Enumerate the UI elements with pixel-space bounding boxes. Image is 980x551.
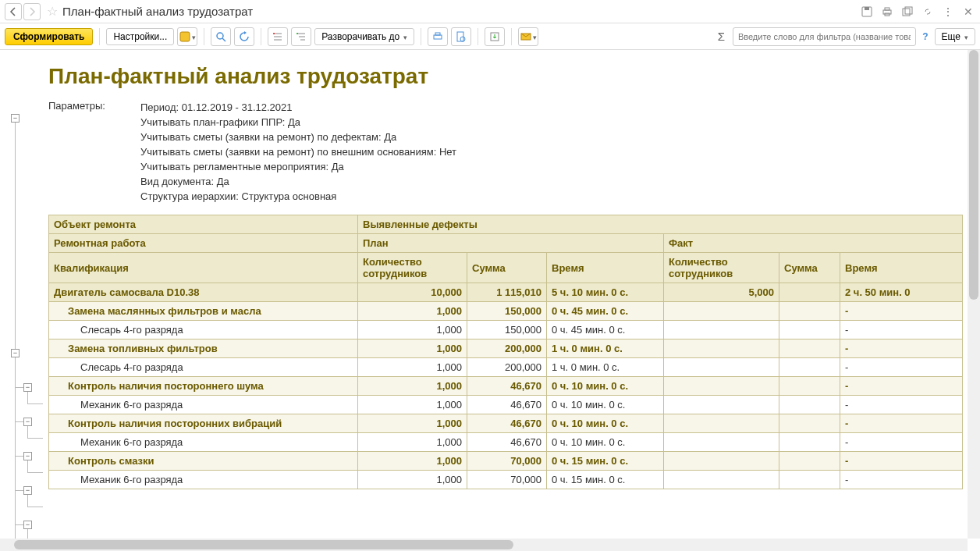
col-fact: Факт xyxy=(664,234,963,253)
settings-variant-button[interactable] xyxy=(177,27,197,46)
col-object: Объект ремонта xyxy=(49,215,358,234)
collapse-icon[interactable] xyxy=(268,27,288,46)
cell: 150,000 xyxy=(467,321,547,339)
report-title: План-фактный анализ трудозатрат xyxy=(48,50,968,100)
col-plan-time: Время xyxy=(547,253,664,283)
save-file-button[interactable] xyxy=(485,27,505,46)
more-menu-icon[interactable]: ⋮ xyxy=(941,5,955,19)
cell: - xyxy=(840,339,963,358)
table-row[interactable]: Механик 6-го разряда1,00046,6700 ч. 10 м… xyxy=(49,396,963,414)
cell xyxy=(779,358,840,377)
svg-point-21 xyxy=(460,37,465,41)
svg-point-13 xyxy=(273,33,275,34)
cell: 1,000 xyxy=(358,358,467,377)
close-icon[interactable]: ✕ xyxy=(961,5,975,19)
favorite-star-icon[interactable]: ☆ xyxy=(47,4,58,19)
cell: 1,000 xyxy=(358,433,467,452)
sigma-icon[interactable]: Σ xyxy=(718,30,725,43)
param-line: Учитывать сметы (заявки на ремонт) по де… xyxy=(140,130,456,144)
cell: Механик 6-го разряда xyxy=(49,433,358,452)
cell: 0 ч. 45 мин. 0 с. xyxy=(547,302,664,321)
page-title: План-фактный анализ трудозатрат xyxy=(62,5,253,18)
scroll-thumb[interactable] xyxy=(969,50,978,300)
cell xyxy=(779,433,840,452)
svg-rect-7 xyxy=(180,32,190,41)
cell xyxy=(779,283,840,302)
svg-rect-5 xyxy=(903,9,910,16)
tree-toggle[interactable]: − xyxy=(23,486,32,495)
cell xyxy=(664,414,779,433)
param-line: Период: 01.12.2019 - 31.12.2021 xyxy=(140,100,456,115)
nav-back-button[interactable] xyxy=(5,3,22,20)
tree-column: − − − − − − − xyxy=(0,50,48,539)
cell: 1,000 xyxy=(358,414,467,433)
table-row[interactable]: Механик 6-го разряда1,00070,0000 ч. 15 м… xyxy=(49,471,963,489)
cell: Механик 6-го разряда xyxy=(49,471,358,489)
svg-line-9 xyxy=(222,38,225,41)
cell xyxy=(779,396,840,414)
cell: 46,670 xyxy=(467,414,547,433)
param-line: Учитывать регламентные мероприятия: Да xyxy=(140,159,456,174)
more-button[interactable]: Еще xyxy=(935,28,975,45)
table-row[interactable]: Слесарь 4-го разряда1,000150,0000 ч. 45 … xyxy=(49,321,963,339)
tree-toggle[interactable]: − xyxy=(23,521,32,529)
svg-rect-3 xyxy=(885,8,889,10)
search-icon[interactable] xyxy=(211,27,231,46)
cell: 1,000 xyxy=(358,377,467,396)
horizontal-scrollbar[interactable] xyxy=(0,539,968,551)
print-icon[interactable] xyxy=(880,5,894,19)
table-row[interactable]: Слесарь 4-го разряда1,000200,0001 ч. 0 м… xyxy=(49,358,963,377)
table-row[interactable]: Контроль смазки1,00070,0000 ч. 15 мин. 0… xyxy=(49,452,963,471)
preview-button[interactable] xyxy=(451,27,471,46)
help-icon[interactable]: ? xyxy=(922,31,928,42)
expand-icon[interactable] xyxy=(291,27,311,46)
nav-forward-button[interactable] xyxy=(23,3,41,20)
cell: 46,670 xyxy=(467,433,547,452)
report-area: План-фактный анализ трудозатрат Параметр… xyxy=(48,50,968,539)
cell: 46,670 xyxy=(467,377,547,396)
col-defects: Выявленные дефекты xyxy=(358,215,963,234)
tree-toggle[interactable]: − xyxy=(23,418,32,426)
scroll-thumb[interactable] xyxy=(14,540,513,549)
tree-toggle[interactable]: − xyxy=(23,383,32,392)
tree-toggle[interactable]: − xyxy=(11,114,20,123)
print-button[interactable] xyxy=(428,27,448,46)
settings-label: Настройки... xyxy=(113,31,167,42)
table-row[interactable]: Контроль наличия постороннего шума1,0004… xyxy=(49,377,963,396)
filter-input[interactable] xyxy=(733,27,916,46)
link-icon[interactable] xyxy=(921,5,935,19)
cell xyxy=(664,396,779,414)
vertical-scrollbar[interactable] xyxy=(968,50,980,539)
table-row[interactable]: Контроль наличия посторонних вибраций1,0… xyxy=(49,414,963,433)
email-button[interactable] xyxy=(518,27,538,46)
cell: Замена маслянных фильтров и масла xyxy=(49,302,358,321)
group-row[interactable]: Двигатель самосвала D10.38 10,000 1 115,… xyxy=(49,283,963,302)
table-row[interactable]: Замена маслянных фильтров и масла1,00015… xyxy=(49,302,963,321)
cell: 70,000 xyxy=(467,471,547,489)
refresh-icon[interactable] xyxy=(234,27,254,46)
new-window-icon[interactable] xyxy=(900,5,914,19)
svg-rect-1 xyxy=(865,7,869,10)
save-icon[interactable] xyxy=(860,5,874,19)
tree-toggle[interactable]: − xyxy=(11,349,20,357)
cell xyxy=(779,321,840,339)
col-plan-qty: Количество сотрудников xyxy=(358,253,467,283)
param-line: Структура иерархии: Структура основная xyxy=(140,189,456,204)
settings-button[interactable]: Настройки... xyxy=(106,28,174,45)
table-row[interactable]: Замена топливных фильтров1,000200,0001 ч… xyxy=(49,339,963,358)
cell: 1,000 xyxy=(358,471,467,489)
param-line: Учитывать план-графики ППР: Да xyxy=(140,115,456,130)
cell: Замена топливных фильтров xyxy=(49,339,358,358)
col-plan-sum: Сумма xyxy=(467,253,547,283)
expand-to-button[interactable]: Разворачивать до xyxy=(314,28,414,45)
cell: Механик 6-го разряда xyxy=(49,396,358,414)
params-block: Параметры: Период: 01.12.2019 - 31.12.20… xyxy=(48,100,968,215)
cell: 5 ч. 10 мин. 0 с. xyxy=(547,283,664,302)
cell xyxy=(779,339,840,358)
cell: 5,000 xyxy=(664,283,779,302)
titlebar: ☆ План-фактный анализ трудозатрат ⋮ ✕ xyxy=(0,0,980,23)
tree-toggle[interactable]: − xyxy=(23,452,32,460)
generate-button[interactable]: Сформировать xyxy=(5,28,93,45)
cell: Контроль наличия посторонних вибраций xyxy=(49,414,358,433)
table-row[interactable]: Механик 6-го разряда1,00046,6700 ч. 10 м… xyxy=(49,433,963,452)
